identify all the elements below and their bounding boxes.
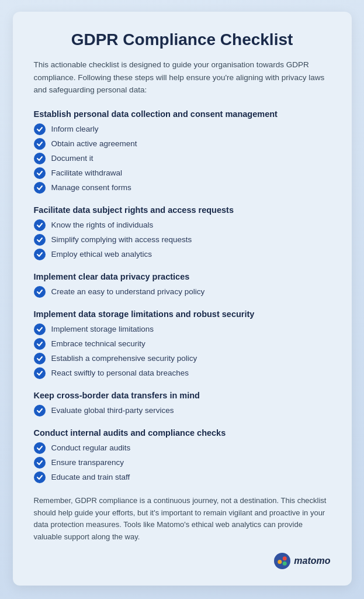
check-icon <box>34 153 46 164</box>
list-item: Ensure transparency <box>34 457 331 469</box>
check-icon <box>34 219 46 231</box>
checklist-card: GDPR Compliance Checklist This actionabl… <box>13 12 352 586</box>
section-title-4: Implement data storage limitations and r… <box>34 309 331 319</box>
list-item: Manage consent forms <box>34 182 331 194</box>
checklist-5: Evaluate global third-party services <box>34 405 331 416</box>
svg-point-2 <box>283 556 287 560</box>
section-title-3: Implement clear data privacy practices <box>34 272 331 281</box>
section-6: Conduct internal audits and compliance c… <box>34 428 331 483</box>
check-icon <box>34 167 46 179</box>
svg-point-3 <box>283 562 287 566</box>
logo-text: matomo <box>294 556 330 566</box>
footer-text: Remember, GDPR compliance is a continuou… <box>34 495 331 543</box>
check-icon <box>34 405 46 416</box>
list-item-text: Inform clearly <box>51 125 99 133</box>
list-item: Simplify complying with access requests <box>34 234 331 246</box>
list-item: Document it <box>34 153 331 164</box>
list-item: Embrace technical security <box>34 338 331 350</box>
list-item: Employ ethical web analytics <box>34 249 331 260</box>
checklist-3: Create an easy to understand privacy pol… <box>34 286 331 298</box>
check-icon <box>34 138 46 150</box>
list-item-text: Document it <box>51 154 93 163</box>
check-icon <box>34 286 46 298</box>
section-1: Establish personal data collection and c… <box>34 109 331 194</box>
section-4: Implement data storage limitations and r… <box>34 309 331 379</box>
check-icon <box>34 367 46 379</box>
svg-point-0 <box>274 553 290 569</box>
list-item-text: Establish a comprehensive security polic… <box>51 354 197 363</box>
list-item: React swiftly to personal data breaches <box>34 367 331 379</box>
check-icon <box>34 353 46 364</box>
section-2: Facilitate data subject rights and acces… <box>34 205 331 260</box>
logo-row: matomo <box>34 553 331 569</box>
check-icon <box>34 234 46 246</box>
sections-container: Establish personal data collection and c… <box>34 109 331 483</box>
list-item-text: Know the rights of individuals <box>51 221 154 229</box>
list-item: Know the rights of individuals <box>34 219 331 231</box>
checklist-6: Conduct regular audits Ensure transparen… <box>34 442 331 483</box>
section-title-1: Establish personal data collection and c… <box>34 109 331 119</box>
checklist-1: Inform clearly Obtain active agreement D… <box>34 123 331 194</box>
section-title-5: Keep cross-border data transfers in mind <box>34 391 331 400</box>
check-icon <box>34 182 46 194</box>
list-item: Inform clearly <box>34 123 331 135</box>
section-title-2: Facilitate data subject rights and acces… <box>34 205 331 215</box>
list-item: Create an easy to understand privacy pol… <box>34 286 331 298</box>
check-icon <box>34 249 46 260</box>
list-item-text: Ensure transparency <box>51 458 124 467</box>
check-icon <box>34 323 46 335</box>
svg-point-1 <box>278 560 282 564</box>
list-item-text: Facilitate withdrawal <box>51 168 123 177</box>
matomo-logo-icon <box>274 553 290 569</box>
section-5: Keep cross-border data transfers in mind… <box>34 391 331 416</box>
list-item-text: Educate and train staff <box>51 473 130 481</box>
check-icon <box>34 471 46 483</box>
list-item-text: Conduct regular audits <box>51 443 131 452</box>
list-item-text: Embrace technical security <box>51 339 145 348</box>
list-item: Establish a comprehensive security polic… <box>34 353 331 364</box>
list-item: Evaluate global third-party services <box>34 405 331 416</box>
list-item-text: Employ ethical web analytics <box>51 250 152 259</box>
list-item: Obtain active agreement <box>34 138 331 150</box>
list-item-text: Create an easy to understand privacy pol… <box>51 287 205 296</box>
checklist-4: Implement storage limitations Embrace te… <box>34 323 331 379</box>
list-item-text: React swiftly to personal data breaches <box>51 369 189 377</box>
page-title: GDPR Compliance Checklist <box>34 30 331 49</box>
check-icon <box>34 123 46 135</box>
list-item-text: Evaluate global third-party services <box>51 406 174 415</box>
list-item: Implement storage limitations <box>34 323 331 335</box>
list-item: Educate and train staff <box>34 471 331 483</box>
intro-text: This actionable checklist is designed to… <box>34 58 331 97</box>
list-item-text: Obtain active agreement <box>51 139 137 148</box>
section-3: Implement clear data privacy practices C… <box>34 272 331 298</box>
check-icon <box>34 338 46 350</box>
checklist-2: Know the rights of individuals Simplify … <box>34 219 331 260</box>
check-icon <box>34 442 46 454</box>
list-item: Facilitate withdrawal <box>34 167 331 179</box>
list-item: Conduct regular audits <box>34 442 331 454</box>
check-icon <box>34 457 46 469</box>
list-item-text: Manage consent forms <box>51 183 131 192</box>
list-item-text: Implement storage limitations <box>51 325 154 333</box>
list-item-text: Simplify complying with access requests <box>51 235 192 244</box>
section-title-6: Conduct internal audits and compliance c… <box>34 428 331 438</box>
